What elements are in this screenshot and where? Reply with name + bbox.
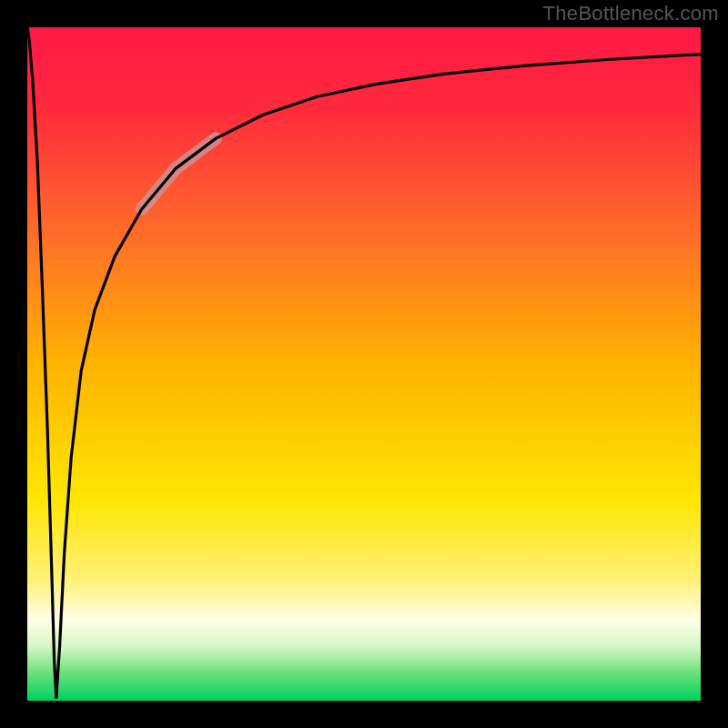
gradient-background bbox=[27, 27, 701, 701]
chart-frame: TheBottleneck.com bbox=[0, 0, 728, 728]
frame-right bbox=[701, 0, 728, 728]
frame-bottom bbox=[0, 701, 728, 728]
chart-canvas bbox=[0, 0, 728, 728]
frame-left bbox=[0, 0, 27, 728]
watermark-text: TheBottleneck.com bbox=[543, 2, 719, 25]
